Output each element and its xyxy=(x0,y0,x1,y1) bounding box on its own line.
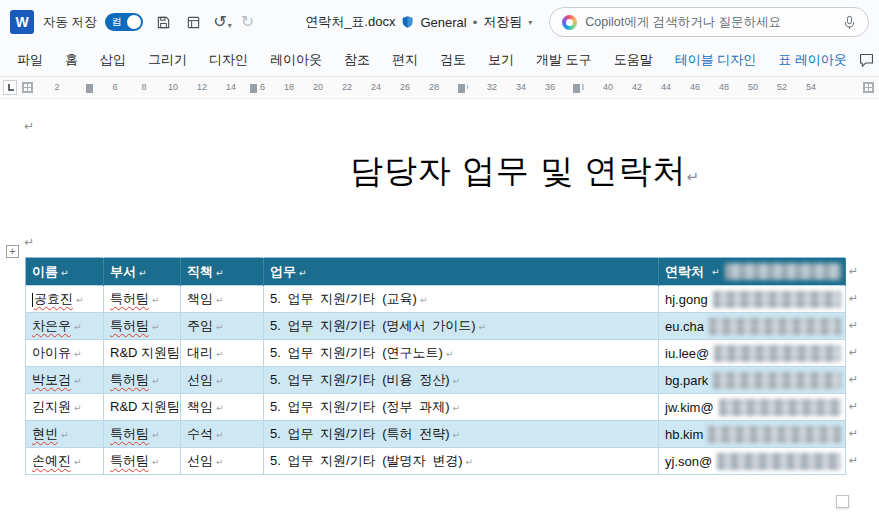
cell-end-mark: ↵ xyxy=(453,403,461,413)
tab-도움말[interactable]: 도움말 xyxy=(603,44,664,76)
redacted-blur xyxy=(708,426,841,443)
cell-name[interactable]: 김지원↵ xyxy=(26,394,104,421)
cell-department[interactable]: 특허팀↵ xyxy=(104,286,181,313)
cell-position[interactable]: 주임↵ xyxy=(181,313,264,340)
cell-duty[interactable]: 5. 업무 지원/기타 (명세서 가이드)↵ xyxy=(264,313,659,340)
ruler-number: 48 xyxy=(719,82,729,92)
ruler-column-marker[interactable] xyxy=(248,81,259,95)
comments-icon[interactable] xyxy=(858,52,875,69)
tab-그리기[interactable]: 그리기 xyxy=(137,44,198,76)
undo-dropdown-icon[interactable]: ▾ xyxy=(228,21,232,30)
table-row[interactable]: 아이유↵R&D 지원팀↵대리↵5. 업무 지원/기타 (연구노트)↵iu.lee… xyxy=(26,340,846,367)
ruler-number: 2 xyxy=(54,82,59,92)
save-icon[interactable] xyxy=(152,11,173,33)
undo-icon[interactable]: ↺ xyxy=(213,14,226,30)
redo-icon[interactable]: ↻ xyxy=(241,14,254,30)
column-header[interactable]: 이름↵ xyxy=(26,258,104,286)
tab-홈[interactable]: 홈 xyxy=(54,44,89,76)
copilot-search[interactable]: Copilot에게 검색하거나 질문하세요 xyxy=(549,7,869,37)
ruler-number: 46 xyxy=(690,82,700,92)
table-row[interactable]: 차은우↵특허팀↵주임↵5. 업무 지원/기타 (명세서 가이드)↵eu.cha xyxy=(26,313,846,340)
save-status: 저장됨 xyxy=(483,13,522,31)
cell-department[interactable]: 특허팀↵ xyxy=(104,421,181,448)
cell-department[interactable]: R&D 지원팀↵ xyxy=(104,394,181,421)
tab-삽입[interactable]: 삽입 xyxy=(89,44,137,76)
document-canvas[interactable]: ↵ 담당자 업무 및 연락처↵ ↵ + 이름↵부서↵직책↵업무↵연락처↵ 공효진… xyxy=(0,99,879,522)
cell-position[interactable]: 수석↵ xyxy=(181,421,264,448)
cell-duty[interactable]: 5. 업무 지원/기타 (비용 정산)↵ xyxy=(264,367,659,394)
cell-duty[interactable]: 5. 업무 지원/기타 (연구노트)↵ xyxy=(264,340,659,367)
cell-department[interactable]: 특허팀↵ xyxy=(104,448,181,475)
table-row[interactable]: 박보검↵특허팀↵선임↵5. 업무 지원/기타 (비용 정산)↵bg.park xyxy=(26,367,846,394)
tab-테이블 디자인[interactable]: 테이블 디자인 xyxy=(664,44,768,76)
tab-보기[interactable]: 보기 xyxy=(477,44,525,76)
cell-contact[interactable]: hb.kim xyxy=(659,421,846,448)
tab-stop-selector-icon[interactable] xyxy=(3,80,17,95)
tab-파일[interactable]: 파일 xyxy=(6,44,54,76)
table-row[interactable]: 손예진↵특허팀↵선임↵5. 업무 지원/기타 (발명자 변경)↵yj.son@ xyxy=(26,448,846,475)
ruler-column-marker[interactable] xyxy=(84,81,95,95)
tab-개발 도구[interactable]: 개발 도구 xyxy=(525,44,603,76)
cell-end-mark: ↵ xyxy=(479,322,487,332)
ruler-column-marker[interactable] xyxy=(456,81,467,95)
cell-end-mark: ↵ xyxy=(74,403,82,413)
tab-디자인[interactable]: 디자인 xyxy=(198,44,259,76)
cell-position[interactable]: 대리↵ xyxy=(181,340,264,367)
document-heading-line[interactable]: 담당자 업무 및 연락처↵ xyxy=(0,149,879,194)
cell-name[interactable]: 공효진↵ xyxy=(26,286,104,313)
column-header[interactable]: 연락처↵ xyxy=(659,258,846,286)
redacted-blur xyxy=(709,318,841,335)
tab-표 레이아웃[interactable]: 표 레이아웃 xyxy=(767,44,858,76)
column-header[interactable]: 직책↵ xyxy=(181,258,264,286)
cell-duty[interactable]: 5. 업무 지원/기타 (발명자 변경)↵ xyxy=(264,448,659,475)
cell-name[interactable]: 박보검↵ xyxy=(26,367,104,394)
word-logo-icon[interactable]: W xyxy=(10,10,34,34)
cell-contact[interactable]: hj.gong xyxy=(659,286,846,313)
microphone-icon[interactable] xyxy=(843,15,856,30)
contacts-table[interactable]: 이름↵부서↵직책↵업무↵연락처↵ 공효진↵특허팀↵책임↵5. 업무 지원/기타 … xyxy=(25,257,846,475)
cell-name[interactable]: 현빈↵ xyxy=(26,421,104,448)
autosave-toggle[interactable]: 켬 xyxy=(105,13,143,31)
cell-name[interactable]: 손예진↵ xyxy=(26,448,104,475)
cell-contact[interactable]: jw.kim@ xyxy=(659,394,846,421)
cell-contact[interactable]: yj.son@ xyxy=(659,448,846,475)
table-grid-icon[interactable] xyxy=(183,11,204,33)
cell-end-mark: ↵ xyxy=(139,268,147,278)
document-heading: 담당자 업무 및 연락처 xyxy=(350,152,687,189)
cell-position[interactable]: 책임↵ xyxy=(181,394,264,421)
column-header[interactable]: 업무↵ xyxy=(264,258,659,286)
table-row[interactable]: 공효진↵특허팀↵책임↵5. 업무 지원/기타 (교육)↵hj.gong xyxy=(26,286,846,313)
cell-department[interactable]: R&D 지원팀↵ xyxy=(104,340,181,367)
ruler-number: 52 xyxy=(777,82,787,92)
ribbon-tab-list: 파일홈삽입그리기디자인레이아웃참조편지검토보기개발 도구도움말테이블 디자인표 … xyxy=(0,44,879,77)
column-header[interactable]: 부서↵ xyxy=(104,258,181,286)
tab-레이아웃[interactable]: 레이아웃 xyxy=(259,44,333,76)
cell-position[interactable]: 선임↵ xyxy=(181,367,264,394)
tab-참조[interactable]: 참조 xyxy=(333,44,381,76)
cell-position[interactable]: 책임↵ xyxy=(181,286,264,313)
ruler-column-marker[interactable] xyxy=(571,81,582,95)
ruler-number: 54 xyxy=(806,82,816,92)
document-title-chip[interactable]: 연락처_표.docx General • 저장됨 ▾ xyxy=(297,9,540,35)
cell-duty[interactable]: 5. 업무 지원/기타 (특허 전략)↵ xyxy=(264,421,659,448)
cell-department[interactable]: 특허팀↵ xyxy=(104,313,181,340)
tab-검토[interactable]: 검토 xyxy=(429,44,477,76)
cell-end-mark: ↵ xyxy=(453,430,461,440)
page-corner-handle[interactable] xyxy=(836,495,849,508)
ruler-number: 50 xyxy=(748,82,758,92)
cell-name[interactable]: 아이유↵ xyxy=(26,340,104,367)
table-row[interactable]: 김지원↵R&D 지원팀↵책임↵5. 업무 지원/기타 (정부 과제)↵jw.ki… xyxy=(26,394,846,421)
cell-contact[interactable]: eu.cha xyxy=(659,313,846,340)
cell-department[interactable]: 특허팀↵ xyxy=(104,367,181,394)
cell-name[interactable]: 차은우↵ xyxy=(26,313,104,340)
cell-duty[interactable]: 5. 업무 지원/기타 (교육)↵ xyxy=(264,286,659,313)
table-move-handle[interactable]: + xyxy=(6,245,19,258)
cell-contact[interactable]: iu.lee@ xyxy=(659,340,846,367)
cell-duty[interactable]: 5. 업무 지원/기타 (정부 과제)↵ xyxy=(264,394,659,421)
cell-position[interactable]: 선임↵ xyxy=(181,448,264,475)
ruler-number: 8 xyxy=(141,82,146,92)
table-row[interactable]: 현빈↵특허팀↵수석↵5. 업무 지원/기타 (특허 전략)↵hb.kim xyxy=(26,421,846,448)
table-header-row[interactable]: 이름↵부서↵직책↵업무↵연락처↵ xyxy=(26,258,846,286)
tab-편지[interactable]: 편지 xyxy=(381,44,429,76)
cell-contact[interactable]: bg.park xyxy=(659,367,846,394)
